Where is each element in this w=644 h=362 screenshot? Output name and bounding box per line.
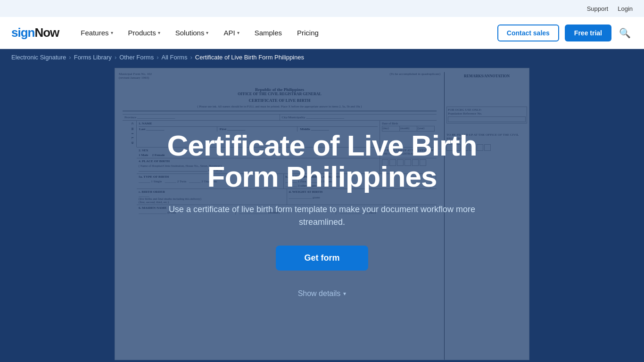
get-form-button[interactable]: Get form xyxy=(276,246,368,271)
hero-content: Certificate of Live Birth Form Philippin… xyxy=(157,111,487,316)
api-chevron-icon: ▾ xyxy=(237,30,239,35)
hero-title: Certificate of Live Birth Form Philippin… xyxy=(166,130,478,191)
republic-label: Republic of the Philippines xyxy=(123,87,437,92)
features-chevron-icon: ▾ xyxy=(111,30,113,35)
office-label: OFFICE OF THE CIVIL REGISTRAR GENERAL xyxy=(123,92,437,96)
breadcrumb-sep-2: › xyxy=(115,54,116,61)
breadcrumb-sep-4: › xyxy=(190,54,192,61)
nav-pricing[interactable]: Pricing xyxy=(290,25,325,41)
nav-features[interactable]: Features ▾ xyxy=(74,25,119,41)
nav-samples[interactable]: Samples xyxy=(248,25,289,41)
breadcrumb-sep-3: › xyxy=(157,54,158,61)
nav-api[interactable]: API ▾ xyxy=(217,25,246,41)
products-chevron-icon: ▾ xyxy=(158,30,160,35)
breadcrumb-electronic-signature[interactable]: Electronic Signature xyxy=(11,54,66,61)
hero-subtitle: Use a certificate of live birth form tem… xyxy=(166,203,478,229)
nav-products[interactable]: Products ▾ xyxy=(122,25,167,41)
breadcrumb-sep-1: › xyxy=(69,54,71,61)
chevron-down-icon: ▾ xyxy=(343,290,346,297)
show-details-label: Show details xyxy=(298,289,341,298)
muni-form-label: Municipal Form No. 102 (revised January … xyxy=(119,72,152,80)
top-bar: Support Login xyxy=(0,0,644,17)
login-link[interactable]: Login xyxy=(618,5,633,12)
logo[interactable]: signNow xyxy=(11,25,59,40)
nav-solutions[interactable]: Solutions ▾ xyxy=(169,25,215,41)
breadcrumb-all-forms[interactable]: All Forms xyxy=(162,54,188,61)
instructions-label: ( Please use ink. All names should be in… xyxy=(123,105,437,108)
child-label: C H I L D xyxy=(123,121,137,147)
contact-sales-button[interactable]: Contact sales xyxy=(497,25,559,41)
quad-note-label: (To be accomplished in quadruplicate) xyxy=(389,72,440,76)
breadcrumb-current: Certificate of Live Birth Form Philippin… xyxy=(195,54,304,61)
nav-actions: Contact sales Free trial 🔍 xyxy=(497,25,633,41)
hero-section: Municipal Form No. 102 (revised January … xyxy=(0,66,644,362)
solutions-chevron-icon: ▾ xyxy=(206,30,208,35)
search-icon[interactable]: 🔍 xyxy=(617,25,633,41)
free-trial-button[interactable]: Free trial xyxy=(565,25,611,41)
certificate-title: CERTIFICATE OF LIVE BIRTH xyxy=(123,98,437,103)
nav-links: Features ▾ Products ▾ Solutions ▾ API ▾ … xyxy=(74,25,497,41)
breadcrumb-forms-library[interactable]: Forms Library xyxy=(74,54,112,61)
breadcrumb: Electronic Signature › Forms Library › O… xyxy=(0,49,644,66)
support-link[interactable]: Support xyxy=(587,5,609,12)
show-details-button[interactable]: Show details ▾ xyxy=(166,289,478,298)
breadcrumb-other-forms[interactable]: Other Forms xyxy=(119,54,154,61)
main-nav: signNow Features ▾ Products ▾ Solutions … xyxy=(0,17,644,49)
